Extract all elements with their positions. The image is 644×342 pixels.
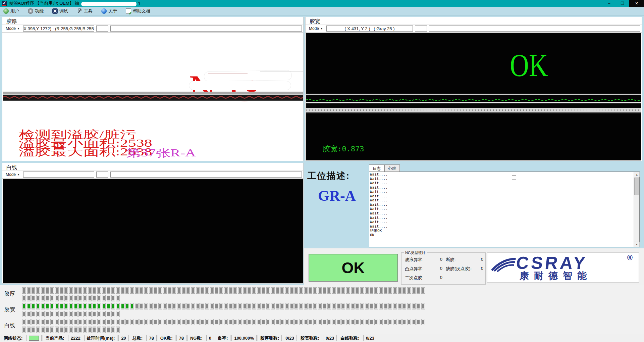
close-button[interactable]: ✕ bbox=[629, 0, 644, 7]
indicator-cell bbox=[144, 319, 148, 325]
minimize-button[interactable]: – bbox=[602, 0, 616, 7]
maximize-button[interactable]: ❐ bbox=[616, 0, 629, 7]
indicator-cell bbox=[22, 303, 26, 309]
indicator-cell bbox=[60, 287, 63, 294]
indicator-cell bbox=[36, 287, 40, 294]
ng-stat-row: 凸点异常:0 bbox=[405, 266, 442, 272]
indicator-cell bbox=[32, 303, 35, 309]
indicator-cell bbox=[111, 319, 115, 325]
redacted-scribble bbox=[81, 2, 137, 6]
indicator-cell bbox=[388, 287, 392, 294]
indicator-cell bbox=[276, 287, 279, 294]
gear-icon bbox=[28, 8, 33, 14]
indicator-cell bbox=[125, 319, 129, 325]
indicator-cell bbox=[276, 303, 279, 309]
network-status-indicator bbox=[26, 335, 42, 341]
ng-stat-label: 缺胶(没点胶): bbox=[446, 266, 472, 272]
statusbar-value: 0/23 bbox=[363, 335, 377, 341]
indicator-cell bbox=[341, 319, 345, 325]
indicator-cell bbox=[50, 327, 54, 333]
log-entry: Wait.... bbox=[370, 207, 633, 211]
indicator-cell bbox=[243, 303, 247, 309]
indicator-cell bbox=[233, 303, 237, 309]
indicator-cell bbox=[27, 319, 31, 325]
indicator-cell bbox=[93, 303, 96, 309]
mode-dropdown[interactable]: Mode ▼ bbox=[4, 26, 21, 31]
scroll-up-icon[interactable]: ▲ bbox=[634, 172, 640, 177]
indicator-cell bbox=[46, 311, 49, 317]
window-controls: – ❐ ✕ bbox=[602, 0, 644, 7]
indicator-cell bbox=[97, 287, 101, 294]
thickness-image-view[interactable]: NG 检测到溢胶/脏污 溢胶最小面积:2538 溢胶最大面积:2638 第37张… bbox=[3, 33, 303, 160]
statusbar-label: 白线张数: bbox=[338, 335, 362, 341]
indicator-cell bbox=[201, 319, 204, 325]
statusbar-value: 20 bbox=[118, 335, 128, 341]
grid-label: 白线 bbox=[4, 322, 15, 329]
indicator-cell bbox=[111, 311, 115, 317]
indicator-cell bbox=[257, 303, 261, 309]
indicator-grid-2: 胶宽 bbox=[0, 303, 644, 318]
width-image-view[interactable]: OK 胶宽:0.873 bbox=[306, 33, 641, 160]
log-listbox[interactable]: Wait....Wait....Wait....Wait....Wait....… bbox=[369, 172, 640, 247]
log-entry: 结果OK bbox=[370, 229, 633, 233]
indicator-cell bbox=[83, 327, 87, 333]
mode-toolbar: Mode ▼ ( X 431, Y 2 ) : ( Gray 25 ) bbox=[306, 25, 642, 33]
indicator-cell bbox=[262, 287, 265, 294]
overall-result-button[interactable]: OK bbox=[309, 254, 398, 282]
indicator-cell bbox=[60, 295, 63, 301]
indicator-row bbox=[22, 295, 120, 301]
indicator-cell bbox=[78, 311, 82, 317]
ng-stat-row: 断胶:0 bbox=[446, 257, 483, 263]
status-swatch bbox=[29, 336, 39, 341]
scrollbar-thumb[interactable] bbox=[634, 178, 639, 195]
indicator-cell bbox=[41, 311, 45, 317]
ng-stat-value: 0 bbox=[481, 257, 483, 263]
indicator-cell bbox=[46, 327, 49, 333]
menu-label: 调试 bbox=[59, 8, 68, 14]
indicator-cell bbox=[102, 287, 106, 294]
log-option-checkbox[interactable] bbox=[512, 176, 516, 180]
indicator-cell bbox=[158, 303, 162, 309]
indicator-cell bbox=[107, 303, 110, 309]
mode-aux-box bbox=[415, 26, 427, 32]
mode-dropdown[interactable]: Mode ▼ bbox=[308, 26, 324, 31]
menu-item-debug[interactable]: 调试 bbox=[52, 8, 68, 14]
indicator-cell bbox=[93, 311, 96, 317]
indicator-cell bbox=[111, 327, 115, 333]
ng-stat-row: 波浪异常:0 bbox=[405, 257, 442, 263]
indicator-cell bbox=[337, 287, 340, 294]
indicator-cell bbox=[398, 287, 401, 294]
indicator-cell bbox=[346, 319, 350, 325]
indicator-cell bbox=[116, 303, 120, 309]
menu-item-user[interactable]: 用户 bbox=[3, 8, 19, 14]
menu-item-tools[interactable]: 工具 bbox=[77, 8, 93, 14]
indicator-cell bbox=[111, 287, 115, 294]
ng-type-stats-group: NG类型统计 波浪异常:0凸点异常:0二次点胶:0 断胶:0缺胶(没点胶):0 bbox=[401, 252, 486, 285]
menu-item-help-docs[interactable]: 帮助文档 bbox=[126, 8, 150, 14]
titlebar: 侧涂AOI程序 【当前用户: OEM】 编 1 – ❐ ✕ bbox=[0, 0, 644, 7]
indicator-cell bbox=[78, 303, 82, 309]
log-scrollbar[interactable]: ▲ ▼ bbox=[634, 172, 639, 247]
indicator-cell bbox=[64, 319, 68, 325]
indicator-cell bbox=[294, 319, 298, 325]
indicator-cell bbox=[323, 319, 326, 325]
indicator-cell bbox=[346, 303, 350, 309]
panel-glue-width: 胶宽 Mode ▼ ( X 431, Y 2 ) : ( Gray 25 ) O… bbox=[305, 17, 642, 161]
indicator-cell bbox=[102, 311, 106, 317]
app-window: 侧涂AOI程序 【当前用户: OEM】 编 1 – ❐ ✕ 用户 功能 调试 工… bbox=[0, 0, 644, 342]
indicator-cell bbox=[412, 287, 416, 294]
statusbar-value: 100.000% bbox=[231, 335, 257, 341]
indicator-cell bbox=[144, 287, 148, 294]
menu-item-about[interactable]: 关于 bbox=[101, 8, 117, 14]
whiteline-image-view[interactable] bbox=[3, 179, 303, 283]
mode-dropdown[interactable]: Mode ▼ bbox=[4, 172, 21, 177]
indicator-cell bbox=[102, 303, 106, 309]
indicator-cell bbox=[116, 287, 120, 294]
menu-item-functions[interactable]: 功能 bbox=[28, 8, 44, 14]
indicator-cell bbox=[149, 287, 153, 294]
indicator-cell bbox=[229, 287, 232, 294]
indicator-cell bbox=[224, 319, 228, 325]
log-entries: Wait....Wait....Wait....Wait....Wait....… bbox=[370, 173, 633, 246]
indicator-cell bbox=[41, 327, 45, 333]
scroll-down-icon[interactable]: ▼ bbox=[634, 242, 640, 247]
